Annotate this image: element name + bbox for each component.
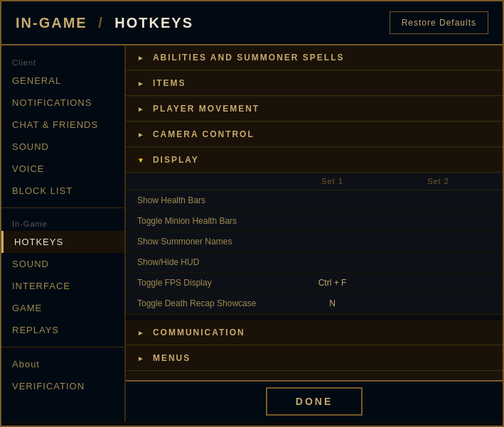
accordion-label-abilities: ABILITIES AND SUMMONER SPELLS	[153, 53, 345, 63]
accordion-item-shop: ► ITEM SHOP	[126, 372, 503, 380]
accordion-label-communication: COMMUNICATION	[153, 328, 245, 337]
content-area: ► ABILITIES AND SUMMONER SPELLS ► ITEMS …	[126, 45, 503, 421]
accordion-header-player-movement[interactable]: ► PLAYER MOVEMENT	[126, 97, 503, 121]
sidebar: Client GENERAL NOTIFICATIONS CHAT & FRIE…	[1, 45, 126, 421]
accordion-header-display[interactable]: ▼ DISPLAY	[126, 148, 503, 173]
accordion-label-items: ITEMS	[153, 78, 186, 88]
row-label-toggle-fps: Toggle FPS Display	[137, 278, 279, 288]
content-scroll[interactable]: ► ABILITIES AND SUMMONER SPELLS ► ITEMS …	[126, 45, 503, 380]
row-set1-toggle-fps[interactable]: Ctrl + F	[279, 278, 385, 288]
sidebar-item-about[interactable]: About	[1, 353, 124, 375]
accordion-player-movement: ► PLAYER MOVEMENT	[126, 97, 503, 122]
header: IN-GAME / HOTKEYS Restore Defaults	[1, 1, 503, 45]
accordion-header-items[interactable]: ► ITEMS	[126, 71, 503, 96]
sidebar-item-verification[interactable]: VERIFICATION	[1, 375, 124, 397]
sidebar-item-game[interactable]: GAME	[1, 297, 124, 319]
accordion-header-menus[interactable]: ► MENUS	[126, 346, 503, 371]
sidebar-item-chat-friends[interactable]: CHAT & FRIENDS	[1, 114, 124, 136]
main-layout: Client GENERAL NOTIFICATIONS CHAT & FRIE…	[1, 45, 503, 421]
footer: DONE	[126, 380, 503, 421]
arrow-player-movement: ►	[137, 105, 146, 113]
restore-defaults-button[interactable]: Restore Defaults	[390, 11, 488, 34]
sidebar-divider-2	[1, 347, 124, 347]
sidebar-item-general[interactable]: GENERAL	[1, 70, 124, 92]
accordion-header-abilities[interactable]: ► ABILITIES AND SUMMONER SPELLS	[126, 45, 503, 70]
sidebar-item-interface[interactable]: INTERFACE	[1, 275, 124, 297]
accordion-camera-control: ► CAMERA CONTROL	[126, 122, 503, 148]
accordion-display: ▼ DISPLAY Set 1 Set 2 Show Health Bars T…	[126, 148, 503, 315]
accordion-communication: ► COMMUNICATION	[126, 320, 503, 346]
row-label-toggle-minion: Toggle Minion Health Bars	[137, 216, 279, 226]
sidebar-item-notifications[interactable]: NOTIFICATIONS	[1, 92, 124, 114]
sidebar-item-block-list[interactable]: BLOCK LIST	[1, 180, 124, 202]
current-page-title: HOTKEYS	[114, 15, 193, 31]
row-label-show-health: Show Health Bars	[137, 195, 279, 205]
row-label-toggle-death-recap: Toggle Death Recap Showcase	[137, 298, 279, 308]
table-row: Toggle Death Recap Showcase N	[126, 293, 503, 314]
sidebar-item-sound-client[interactable]: SOUND	[1, 136, 124, 158]
arrow-abilities: ►	[137, 54, 146, 62]
arrow-communication: ►	[137, 329, 146, 337]
arrow-items: ►	[137, 80, 146, 87]
table-row: Show Health Bars	[126, 190, 503, 211]
sidebar-item-sound-ingame[interactable]: SOUND	[1, 253, 124, 275]
table-row: Toggle FPS Display Ctrl + F	[126, 273, 503, 293]
accordion-header-item-shop[interactable]: ► ITEM SHOP	[126, 372, 503, 380]
client-section-label: Client	[1, 53, 124, 70]
row-label-show-hide-hud: Show/Hide HUD	[137, 257, 279, 267]
accordion-label-player-movement: PLAYER MOVEMENT	[153, 104, 259, 114]
accordion-header-camera-control[interactable]: ► CAMERA CONTROL	[126, 122, 503, 147]
accordion-header-communication[interactable]: ► COMMUNICATION	[126, 320, 503, 345]
col-header-label	[137, 177, 279, 185]
sidebar-item-voice[interactable]: VOICE	[1, 158, 124, 180]
row-label-show-summoner: Show Summoner Names	[137, 237, 279, 247]
accordion-abilities: ► ABILITIES AND SUMMONER SPELLS	[126, 45, 503, 71]
table-row: Show/Hide HUD	[126, 252, 503, 273]
col-header-set1: Set 1	[279, 177, 385, 185]
row-set1-toggle-death-recap[interactable]: N	[279, 298, 385, 308]
table-row: Show Summoner Names	[126, 232, 503, 252]
breadcrumb-slash: /	[98, 15, 104, 31]
sidebar-item-replays[interactable]: REPLAYS	[1, 319, 124, 341]
arrow-display: ▼	[137, 156, 146, 164]
page-title: IN-GAME / HOTKEYS	[16, 15, 193, 31]
done-button[interactable]: DONE	[266, 387, 363, 416]
arrow-menus: ►	[137, 355, 146, 362]
col-header-set2: Set 2	[385, 177, 491, 185]
table-row: Toggle Minion Health Bars	[126, 211, 503, 232]
breadcrumb-part1: IN-GAME	[16, 15, 87, 31]
table-header-display: Set 1 Set 2	[126, 173, 503, 190]
sidebar-item-hotkeys[interactable]: HOTKEYS	[1, 231, 124, 253]
ingame-section-label: In-Game	[1, 214, 124, 231]
accordion-items: ► ITEMS	[126, 71, 503, 97]
accordion-menus: ► MENUS	[126, 346, 503, 372]
arrow-camera-control: ►	[137, 131, 146, 139]
sidebar-divider	[1, 207, 124, 208]
accordion-label-camera-control: CAMERA CONTROL	[153, 129, 254, 139]
accordion-label-menus: MENUS	[153, 353, 191, 363]
accordion-label-display: DISPLAY	[153, 155, 199, 165]
